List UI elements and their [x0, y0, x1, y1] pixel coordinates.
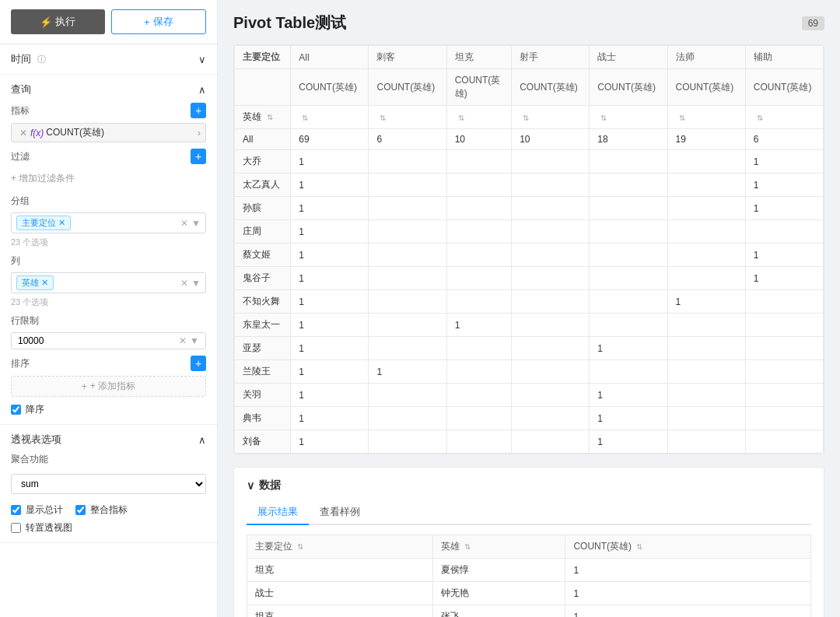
pivot-cell [745, 337, 823, 360]
add-sort-button[interactable]: + [191, 356, 206, 371]
column-select[interactable]: 英雄 ✕ ✕ ▼ [11, 272, 206, 293]
pivot-cell: 关羽 [235, 384, 291, 407]
pivot-cell: ⇅ [590, 106, 667, 129]
data-cell: 战士 [247, 582, 433, 605]
add-filter-button[interactable]: + [191, 149, 206, 164]
pivot-sub-tank: COUNT(英雄) [446, 69, 511, 106]
filter-add-btn[interactable]: + 增加过滤条件 [11, 169, 206, 188]
pivot-cell: 1 [745, 174, 823, 197]
pivot-cell [446, 430, 511, 454]
desc-row: 降序 [11, 403, 206, 416]
table-row: 太乙真人 1 1 [235, 174, 824, 197]
save-button[interactable]: + 保存 [111, 9, 207, 34]
pivot-cell [369, 407, 446, 430]
pivot-cell [446, 384, 511, 407]
execute-icon: ⚡ [40, 16, 52, 28]
pivot-cell: 1 [291, 407, 369, 430]
pivot-cell [590, 220, 667, 244]
pivot-col-support: 辅助 [745, 46, 823, 69]
query-section-header[interactable]: 查询 ∧ [11, 82, 206, 96]
group-row: 分组 [11, 195, 206, 208]
row-limit-row: 行限制 [11, 314, 206, 328]
pivot-table: 主要定位 All 刺客 坦克 射手 战士 法师 辅助 COUNT(英雄) COU… [234, 45, 824, 454]
pivot-cell: 10 [446, 129, 511, 150]
row-limit-field: 10000 ✕ ▼ [11, 332, 206, 349]
query-content: 指标 + ✕ f(x) COUNT(英雄) › 过滤 + + 增加过滤条件 分组 [11, 103, 206, 416]
time-collapse-icon: ∨ [198, 54, 206, 65]
pivot-cell [667, 150, 745, 174]
time-section-header[interactable]: 时间 ⓘ ∨ [11, 52, 206, 66]
table-row: 不知火舞 1 1 [235, 290, 824, 314]
sort-add-btn[interactable]: + + 添加指标 [11, 376, 206, 397]
data-collapse-icon[interactable]: ∨ [247, 479, 254, 492]
execute-button[interactable]: ⚡ 执行 [11, 9, 105, 34]
metric-remove-icon[interactable]: ✕ [19, 128, 27, 138]
sort-label: 排序 [11, 357, 30, 370]
pivot-col-assassin: 刺客 [369, 46, 446, 69]
filter-placeholder: + 增加过滤条件 [11, 172, 75, 185]
save-label: 保存 [153, 15, 173, 29]
group-tag-remove[interactable]: ✕ [58, 218, 65, 228]
tab-view-sample[interactable]: 查看样例 [309, 500, 371, 525]
pivot-cell: 1 [590, 430, 667, 454]
group-select[interactable]: 主要定位 ✕ ✕ ▼ [11, 212, 206, 233]
pivot-cell: 19 [667, 129, 745, 150]
sort-indicator: ⇅ [636, 542, 642, 551]
data-col-header: 主要定位 ⇅ [247, 535, 433, 559]
pivot-cell [512, 244, 590, 267]
pivot-col-shooter: 射手 [512, 46, 590, 69]
pivot-cell [590, 314, 667, 337]
merge-metric-checkbox[interactable] [75, 505, 86, 515]
group-select-arrow[interactable]: ▼ [191, 218, 201, 229]
desc-label: 降序 [26, 403, 44, 416]
pivot-cell [667, 174, 745, 197]
group-select-remove[interactable]: ✕ [180, 218, 188, 229]
pivot-cell [446, 360, 511, 384]
table-row: 英雄 ⇅ ⇅ ⇅ ⇅ ⇅ ⇅ ⇅ ⇅ [235, 106, 824, 129]
sort-indicator: ⇅ [297, 542, 303, 551]
tab-show-results[interactable]: 展示结果 [247, 500, 309, 525]
time-label: 时间 ⓘ [11, 52, 46, 66]
pivot-cell: 1 [291, 290, 369, 314]
pivot-cell [446, 244, 511, 267]
pivot-sub-empty [235, 69, 291, 106]
visual-section: 透视表选项 ∧ 聚合功能 sum 显示总计 整合指标 转置透视图 [0, 425, 217, 543]
table-row: 典韦 1 1 [235, 407, 824, 430]
pivot-cell: 1 [291, 197, 369, 220]
pivot-col-all: All [291, 46, 369, 69]
pivot-cell: 典韦 [235, 407, 291, 430]
pivot-cell [369, 244, 446, 267]
pivot-cell [590, 267, 667, 290]
pivot-cell: All [235, 129, 291, 150]
desc-checkbox[interactable] [11, 405, 21, 415]
add-metric-button[interactable]: + [191, 103, 206, 118]
pivot-cell [446, 407, 511, 430]
pivot-row-header: 主要定位 [235, 46, 291, 69]
pivot-cell [369, 290, 446, 314]
column-tag-remove[interactable]: ✕ [41, 278, 48, 288]
data-section: ∨ 数据 展示结果 查看样例 主要定位 ⇅ 英雄 ⇅ COUN [233, 467, 824, 617]
pivot-cell [512, 197, 590, 220]
pivot-cell [512, 337, 590, 360]
list-item: 战士 钟无艳 1 [247, 582, 811, 605]
column-select-remove[interactable]: ✕ [180, 278, 188, 289]
pivot-cell [446, 150, 511, 174]
sort-indicator: ⇅ [464, 542, 471, 551]
pivot-cell: 亚瑟 [235, 337, 291, 360]
row-limit-clear[interactable]: ✕ [179, 335, 187, 346]
agg-select[interactable]: sum [11, 474, 206, 494]
pivot-cell: ⇅ [369, 106, 446, 129]
pivot-cell [745, 220, 823, 244]
show-total-checkbox[interactable] [11, 505, 21, 515]
pivot-cell [369, 430, 446, 454]
pivot-cell: 兰陵王 [235, 360, 291, 384]
visual-section-header[interactable]: 透视表选项 ∧ [11, 433, 206, 447]
pivot-cell: 1 [291, 267, 369, 290]
row-limit-arrow[interactable]: ▼ [190, 335, 199, 346]
column-tag: 英雄 ✕ [16, 275, 54, 290]
pivot-cell [369, 384, 446, 407]
convert-view-checkbox[interactable] [11, 523, 21, 533]
column-select-arrow[interactable]: ▼ [191, 278, 201, 289]
data-cell: 1 [565, 582, 811, 605]
data-cell: 张飞 [433, 605, 565, 618]
